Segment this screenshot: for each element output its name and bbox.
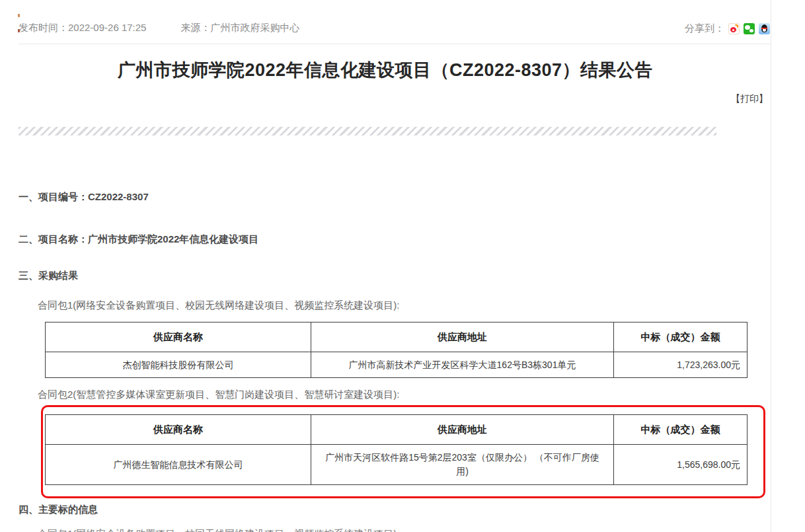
package2-result-table: 供应商名称 供应商地址 中标（成交）金额 广州德生智能信息技术有限公司 广州市天… (45, 414, 748, 485)
left-edge-artifact (18, 29, 20, 32)
content-right-border (771, 0, 771, 532)
supplier-address-cell: 广州市天河区软件路15号第2层203室（仅限办公） （不可作厂房使用) (311, 445, 614, 485)
col-supplier-name: 供应商名称 (46, 323, 311, 352)
wechat-bubble-small-shape (749, 29, 753, 32)
section-main-subject-info: 四、主要标的信息 (19, 504, 98, 516)
package1-result-table: 供应商名称 供应商地址 中标（成交）金额 杰创智能科技股份有限公司 广州市高新技… (45, 322, 748, 378)
share-qq-icon[interactable] (759, 23, 770, 34)
supplier-name-cell: 广州德生智能信息技术有限公司 (46, 445, 311, 485)
col-supplier-address: 供应商地址 (311, 323, 614, 352)
share-weibo-icon[interactable] (728, 23, 740, 34)
award-amount-cell: 1,565,698.00元 (614, 445, 748, 485)
header-divider (19, 44, 771, 44)
table-header-row: 供应商名称 供应商地址 中标（成交）金额 (46, 415, 748, 445)
table-row: 广州德生智能信息技术有限公司 广州市天河区软件路15号第2层203室（仅限办公）… (46, 445, 748, 485)
source-value: 广州市政府采购中心 (211, 22, 300, 33)
page-title: 广州市技师学院2022年信息化建设项目（CZ2022-8307）结果公告 (0, 58, 771, 82)
print-button[interactable]: 【打印】 (731, 93, 768, 105)
publish-time-value: 2022-09-26 17:25 (68, 22, 146, 33)
hatched-divider (19, 127, 716, 135)
share-bar: 分享到： (685, 22, 770, 35)
section-project-name: 二、项目名称：广州市技师学院2022年信息化建设项目 (19, 233, 258, 246)
section-procurement-result: 三、采购结果 (19, 270, 78, 282)
package2-label: 合同包2(智慧管控多媒体课室更新项目、智慧门岗建设项目、智慧研讨室建设项目): (38, 389, 400, 401)
weibo-pupil-shape (732, 29, 734, 31)
table-header-row: 供应商名称 供应商地址 中标（成交）金额 (46, 323, 748, 352)
article-meta: 发布时间：2022-09-26 17:25 来源：广州市政府采购中心 (19, 22, 300, 34)
supplier-address-cell: 广州市高新技术产业开发区科学大道162号B3栋301单元 (311, 352, 614, 378)
bottom-clipped-text: 合同包1(网络安全设备购置项目、校园无线网络建设项目、视频监控系统建设项目): (38, 528, 400, 532)
source-label: 来源： (181, 22, 211, 33)
section-project-number: 一、项目编号：CZ2022-8307 (19, 191, 149, 204)
left-edge-artifact (18, 14, 20, 17)
col-supplier-address: 供应商地址 (311, 415, 614, 445)
package1-label: 合同包1(网络安全设备购置项目、校园无线网络建设项目、视频监控系统建设项目): (38, 299, 400, 312)
qq-scarf-shape (761, 28, 767, 29)
col-award-amount: 中标（成交）金额 (614, 415, 748, 445)
share-wechat-icon[interactable] (744, 23, 755, 34)
col-award-amount: 中标（成交）金额 (614, 323, 748, 352)
supplier-name-cell: 杰创智能科技股份有限公司 (46, 352, 311, 378)
publish-time-label: 发布时间： (19, 22, 68, 33)
col-supplier-name: 供应商名称 (46, 415, 311, 445)
share-label: 分享到： (685, 22, 724, 35)
table-row: 杰创智能科技股份有限公司 广州市高新技术产业开发区科学大道162号B3栋301单… (46, 352, 748, 378)
award-amount-cell: 1,723,263.00元 (614, 352, 748, 378)
